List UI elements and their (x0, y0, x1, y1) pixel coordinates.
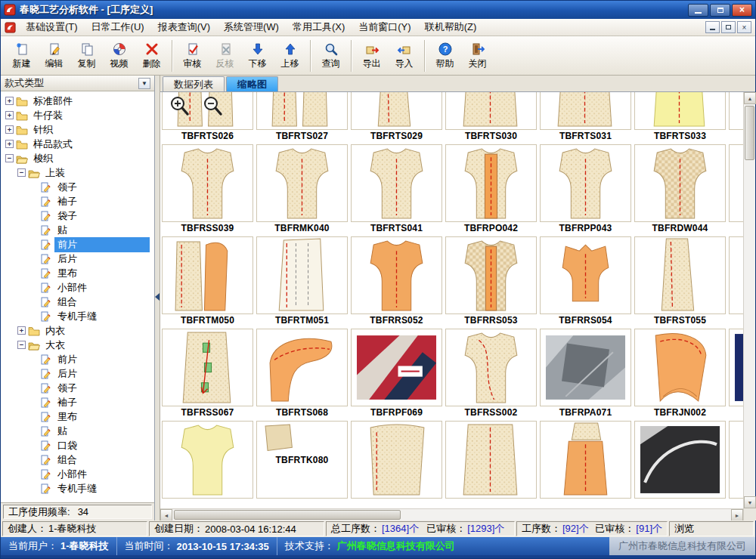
thumbnail-item[interactable] (162, 421, 253, 508)
thumbnail-item[interactable]: TBFRSS039 (162, 144, 253, 234)
tree-item-18[interactable]: 前片 (2, 352, 154, 366)
thumbnail-item[interactable]: TBFRTS031 (540, 92, 631, 142)
tree-item-24[interactable]: 口袋 (2, 438, 154, 452)
thumbnail-item[interactable] (729, 236, 743, 326)
tree-item-12[interactable]: 里布 (2, 266, 154, 280)
tree-item-7[interactable]: 袖子 (2, 194, 154, 208)
thumbnail-item[interactable]: TBFRRS052 (351, 236, 442, 326)
close-button[interactable]: 关闭 (461, 38, 494, 73)
thumbnail-item[interactable]: TBFRRS053 (445, 236, 537, 326)
thumbnail-item[interactable]: TBFRPA071 (540, 329, 631, 418)
new-button[interactable]: 新建 (5, 38, 38, 73)
tree-item-9[interactable]: 贴 (2, 223, 154, 237)
thumbnail-item[interactable]: TBFRDW044 (634, 144, 726, 234)
scroll-right-icon[interactable]: ► (731, 509, 743, 521)
maximize-button[interactable] (710, 4, 730, 17)
thumbnail-item[interactable]: TBFRSS067 (162, 329, 253, 418)
video-button[interactable]: 视频 (103, 38, 135, 73)
tree-item-27[interactable]: 专机手缝 (2, 481, 154, 496)
tree-item-10[interactable]: 前片 (2, 237, 154, 252)
mdi-restore-button[interactable] (721, 21, 736, 33)
thumbnail-item[interactable]: TBFRSS002 (445, 329, 537, 418)
tree-item-22[interactable]: 里布 (2, 409, 154, 424)
tree-item-21[interactable]: 袖子 (2, 395, 154, 409)
collapse-arrow-icon[interactable] (155, 293, 160, 301)
tree-item-3[interactable]: +样品款式 (2, 137, 154, 151)
expand-icon[interactable]: + (5, 111, 14, 119)
thumbnail-item[interactable]: TBFRTS030 (445, 92, 537, 142)
collapse-icon[interactable]: − (17, 168, 26, 177)
thumbnail-item[interactable] (445, 421, 537, 508)
tree-item-8[interactable]: 袋子 (2, 208, 154, 223)
export-button[interactable]: 导出 (355, 38, 388, 73)
tree-item-5[interactable]: −上装 (2, 165, 154, 180)
help-button[interactable]: ?帮助 (429, 38, 461, 73)
import-button[interactable]: 导入 (388, 38, 420, 73)
menu-item-4[interactable]: 常用工具(X) (286, 18, 352, 36)
thumbnail-item[interactable] (729, 144, 743, 234)
menu-item-5[interactable]: 当前窗口(Y) (352, 18, 417, 36)
menu-item-3[interactable]: 系统管理(W) (217, 18, 286, 36)
thumbnail-item[interactable]: TBFRTM051 (256, 236, 348, 326)
thumbnail-item[interactable]: TBFRTS027 (256, 92, 348, 142)
tree-item-14[interactable]: 组合 (2, 295, 154, 309)
expand-icon[interactable]: + (5, 125, 14, 134)
scroll-down-icon[interactable]: ▼ (744, 496, 756, 508)
horizontal-scrollbar[interactable]: ◄ ► (160, 508, 743, 520)
thumbnail-item[interactable]: TBFRTK080 (256, 421, 348, 508)
expand-icon[interactable]: + (5, 140, 14, 148)
close-button[interactable]: × (732, 4, 752, 17)
thumbnail-item[interactable]: TBFRTS041 (351, 144, 442, 234)
thumbnail-item[interactable]: TBFRRS054 (540, 236, 631, 326)
scroll-left-icon[interactable]: ◄ (160, 509, 172, 521)
down-button[interactable]: 下移 (241, 38, 274, 73)
splitter[interactable] (155, 76, 160, 520)
collapse-icon[interactable]: − (5, 154, 14, 162)
thumbnail-item[interactable]: TBFRTS033 (634, 92, 726, 142)
thumbnail-item[interactable]: TBFRJN002 (634, 329, 726, 418)
tree-item-1[interactable]: +牛仔装 (2, 108, 154, 122)
vertical-scrollbar[interactable]: ▲ ▼ (743, 92, 755, 520)
tree-item-4[interactable]: −梭织 (2, 151, 154, 165)
audit-button[interactable]: 审核 (176, 38, 209, 73)
tree-item-0[interactable]: +标准部件 (2, 94, 154, 108)
tab-1[interactable]: 缩略图 (226, 76, 278, 91)
expand-icon[interactable]: + (5, 97, 14, 105)
collapse-icon[interactable]: − (17, 341, 26, 349)
menu-item-6[interactable]: 联机帮助(Z) (418, 18, 484, 36)
tree-item-15[interactable]: 专机手缝 (2, 309, 154, 323)
menu-item-0[interactable]: 基础设置(T) (19, 18, 85, 36)
tree-item-26[interactable]: 小部件 (2, 467, 154, 481)
mdi-minimize-button[interactable] (705, 21, 720, 33)
thumbnail-item[interactable]: TBFRPP043 (540, 144, 631, 234)
copy-button[interactable]: 复制 (70, 38, 103, 73)
tree-item-25[interactable]: 组合 (2, 452, 154, 467)
tree-item-16[interactable]: +内衣 (2, 323, 154, 338)
horizontal-scroll-thumb[interactable] (174, 510, 401, 520)
menu-item-1[interactable]: 日常工作(U) (85, 18, 151, 36)
thumbnail-item[interactable]: TBFRTS029 (351, 92, 442, 142)
delete-button[interactable]: 删除 (135, 38, 168, 73)
tree-item-20[interactable]: 领子 (2, 381, 154, 395)
tab-0[interactable]: 数据列表 (163, 76, 225, 91)
zoom-out-icon[interactable] (201, 94, 224, 117)
search-button[interactable]: 查询 (314, 38, 347, 73)
thumbnail-item[interactable] (634, 421, 726, 508)
edit-button[interactable]: 编辑 (38, 38, 70, 73)
scroll-up-icon[interactable]: ▲ (744, 92, 756, 104)
thumbnail-item[interactable]: TBFRPO042 (445, 144, 537, 234)
expand-icon[interactable]: + (17, 326, 26, 335)
minimize-button[interactable] (688, 4, 708, 17)
thumbnail-item[interactable] (729, 421, 743, 508)
tree-item-13[interactable]: 小部件 (2, 280, 154, 295)
thumbnail-item[interactable]: TBFRTM050 (162, 236, 253, 326)
tree-item-17[interactable]: −大衣 (2, 338, 154, 352)
menu-item-2[interactable]: 报表查询(V) (151, 18, 217, 36)
tree-item-6[interactable]: 领子 (2, 180, 154, 194)
thumbnail-item[interactable]: TBFRST055 (634, 236, 726, 326)
tree-item-19[interactable]: 后片 (2, 366, 154, 381)
up-button[interactable]: 上移 (274, 38, 306, 73)
tree-item-2[interactable]: +针织 (2, 122, 154, 137)
mdi-close-button[interactable]: × (737, 21, 751, 33)
thumbnail-item[interactable]: TBFRMK040 (256, 144, 348, 234)
